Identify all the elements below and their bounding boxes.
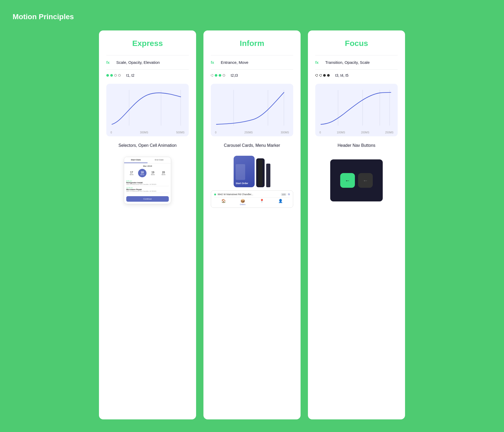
carousel-address-row: 9942 W Mainstreet Rd Chandler... 123 ⧉ <box>214 193 290 196</box>
inform-title: Inform <box>211 39 293 48</box>
carousel-card-2[interactable] <box>256 158 265 187</box>
inform-x-labels: 0 250MS 300MS <box>214 131 290 134</box>
focus-x2: 200MS <box>361 131 369 134</box>
inform-timing: t2,t3 <box>231 73 238 77</box>
dot-4 <box>118 74 121 77</box>
carousel-nav: 🏠 📦 Orders 📍 👤 <box>214 197 290 205</box>
focus-x3: 250MS <box>385 131 393 134</box>
focus-fx-label: fx <box>315 60 322 65</box>
carousel-nav-home[interactable]: 🏠 <box>221 199 226 205</box>
nav-inactive-arrow-icon: ← <box>363 178 368 184</box>
orders-icon: 📦 <box>240 199 245 203</box>
express-chart: 0 300MS 500MS <box>106 84 189 136</box>
focus-fx-section: fx Transition, Opacity, Scale <box>315 55 398 69</box>
cards-container: Express fx Scale, Opacity, Elevation t1,… <box>13 30 491 419</box>
carousel-nav-profile[interactable]: 👤 <box>278 199 283 205</box>
nav-btn-active[interactable]: ← <box>340 173 355 188</box>
phone-date-17[interactable]: 17 MON <box>127 169 136 177</box>
focus-chart-svg <box>318 88 395 130</box>
carousel-cards: Start Order <box>234 153 270 187</box>
card-inform: Inform fx Entrance, Move t2,t3 <box>203 30 301 419</box>
phone-date-18[interactable]: 18 MON <box>138 169 146 177</box>
focus-x0: 0 <box>319 131 321 134</box>
phone-tab-start[interactable]: Start Date <box>124 157 148 163</box>
inform-x2: 300MS <box>281 131 289 134</box>
phone-event-2: 12:30 pm Microwave Repair 3901 W Mainstr… <box>126 186 169 193</box>
express-dots <box>106 74 122 77</box>
inform-x1: 250MS <box>244 131 253 134</box>
inform-fx-effects: Entrance, Move <box>221 60 248 65</box>
home-icon: 🏠 <box>221 199 226 203</box>
focus-dot-3 <box>323 74 326 77</box>
inform-preview: Start Order 9942 W Mainstreet Rd Chandle… <box>211 152 293 209</box>
phone-date-19[interactable]: 19 MON <box>149 169 157 177</box>
dot-3 <box>114 74 117 77</box>
carousel-card-3 <box>266 164 270 187</box>
express-x-labels: 0 300MS 500MS <box>109 131 186 134</box>
inform-fx-section: fx Entrance, Move <box>211 55 293 69</box>
focus-title: Focus <box>315 39 398 48</box>
inform-dot-4 <box>223 74 225 77</box>
focus-section-label: Header Nav Buttons <box>315 139 398 152</box>
carousel-badge: 123 <box>281 193 286 196</box>
express-timing-row: t1, t2 <box>106 69 189 81</box>
focus-dot-2 <box>319 74 322 77</box>
profile-icon: 👤 <box>278 199 283 203</box>
card-express: Express fx Scale, Opacity, Elevation t1,… <box>99 30 196 419</box>
focus-dot-1 <box>315 74 318 77</box>
dot-2 <box>110 74 113 77</box>
nav-buttons-mockup: ← ← <box>330 159 383 201</box>
express-fx-label: fx <box>106 60 113 65</box>
focus-chart: 0 100MS 200MS 250MS <box>315 84 398 136</box>
express-section-label: Selectors, Open Cell Animation <box>106 139 189 152</box>
focus-dot-4 <box>327 74 330 77</box>
phone-continue-btn[interactable]: Continue <box>126 196 169 202</box>
focus-x-labels: 0 100MS 200MS 250MS <box>318 131 395 134</box>
inform-timing-row: t2,t3 <box>211 69 293 81</box>
focus-dots <box>315 74 331 77</box>
focus-timing-row: t3, t4, t5 <box>315 69 398 81</box>
phone-tab-end[interactable]: End Date <box>148 157 171 163</box>
express-x0: 0 <box>111 131 112 134</box>
phone-events: 9:00 am Refrigerator Install 3901 W Main… <box>124 178 171 194</box>
express-title: Express <box>106 39 189 48</box>
phone-month: Mar 2019 <box>124 163 171 168</box>
carousel-bottom: 9942 W Mainstreet Rd Chandler... 123 ⧉ 🏠… <box>211 190 293 208</box>
inform-dots <box>211 74 227 77</box>
dot-1 <box>106 74 109 77</box>
inform-dot-3 <box>219 74 221 77</box>
express-fx-effects: Scale, Opacity, Elevation <box>116 60 160 65</box>
carousel-nav-location[interactable]: 📍 <box>260 199 264 205</box>
phone-mockup: Start Date End Date Mar 2019 17 MON 18 M… <box>124 157 171 204</box>
nav-active-arrow-icon: ← <box>345 178 350 184</box>
focus-preview: ← ← <box>315 152 398 209</box>
carousel-card-1[interactable]: Start Order <box>234 156 255 187</box>
focus-timing: t3, t4, t5 <box>335 73 349 77</box>
phone-tabs: Start Date End Date <box>124 157 171 163</box>
express-chart-svg <box>109 88 186 130</box>
carousel-card-1-label: Start Order <box>236 182 253 185</box>
phone-dates: 17 MON 18 MON 19 MON 20 MON <box>124 168 171 178</box>
inform-chart-svg <box>214 88 290 130</box>
inform-fx-label: fx <box>211 60 217 65</box>
inform-section-label: Carousel Cards, Menu Marker <box>211 139 293 152</box>
inform-dot-2 <box>215 74 217 77</box>
carousel-mockup: Start Order 9942 W Mainstreet Rd Chandle… <box>211 153 293 208</box>
express-x2: 500MS <box>176 131 185 134</box>
focus-x1: 100MS <box>337 131 345 134</box>
carousel-nav-orders[interactable]: 📦 Orders <box>240 199 245 205</box>
express-x1: 300MS <box>140 131 148 134</box>
express-preview: Start Date End Date Mar 2019 17 MON 18 M… <box>106 152 189 209</box>
phone-event-1: 9:00 am Refrigerator Install 3901 W Main… <box>126 179 169 186</box>
card-focus: Focus fx Transition, Opacity, Scale t3, … <box>308 30 405 419</box>
phone-date-20[interactable]: 20 MON <box>159 169 168 177</box>
copy-icon: ⧉ <box>288 193 290 196</box>
express-fx-section: fx Scale, Opacity, Elevation <box>106 55 189 69</box>
page-title: Motion Principles <box>13 13 491 21</box>
location-icon: 📍 <box>260 199 264 203</box>
address-dot <box>214 194 216 195</box>
carousel-address: 9942 W Mainstreet Rd Chandler... <box>218 193 253 196</box>
inform-dot-1 <box>211 74 213 77</box>
inform-x0: 0 <box>215 131 217 134</box>
nav-btn-inactive[interactable]: ← <box>358 173 373 188</box>
